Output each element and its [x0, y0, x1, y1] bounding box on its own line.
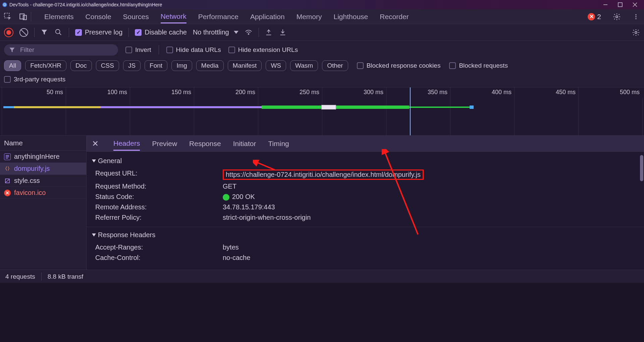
tab-elements[interactable]: Elements	[44, 13, 74, 21]
window-close-button[interactable]	[632, 2, 638, 8]
tab-application[interactable]: Application	[250, 13, 285, 21]
more-menu-icon[interactable]	[633, 13, 641, 21]
triangle-down-icon	[92, 233, 96, 236]
response-headers-section-toggle[interactable]: Response Headers	[92, 231, 639, 239]
detail-tab-initiator[interactable]: Initiator	[233, 140, 256, 148]
filter-type-ws[interactable]: WS	[266, 60, 286, 71]
scrollbar-thumb[interactable]	[640, 155, 643, 181]
filter-type-js[interactable]: JS	[123, 60, 141, 71]
timeline-playhead[interactable]	[410, 87, 411, 135]
filter-placeholder: Filter	[20, 46, 34, 54]
export-har-icon[interactable]	[279, 28, 287, 37]
header-value: 200 OK	[223, 193, 255, 201]
window-maximize-button[interactable]	[617, 2, 623, 8]
filter-input[interactable]: Filter	[4, 44, 118, 56]
header-row: Request Method:GET	[92, 181, 639, 192]
request-list: Name anythingInHere〈〉dompurify.jsstyle.c…	[0, 136, 87, 270]
settings-gear-icon[interactable]	[613, 13, 621, 21]
window-minimize-button[interactable]	[602, 2, 608, 8]
disable-cache-checkbox[interactable]: ✓Disable cache	[135, 28, 187, 36]
hide-extension-urls-checkbox[interactable]: Hide extension URLs	[228, 46, 298, 54]
detail-tab-timing[interactable]: Timing	[268, 140, 289, 148]
svg-line-22	[5, 179, 9, 183]
svg-rect-18	[6, 155, 9, 156]
third-party-checkbox[interactable]: 3rd-party requests	[4, 76, 65, 83]
filter-type-wasm[interactable]: Wasm	[290, 60, 318, 71]
filter-type-doc[interactable]: Doc	[70, 60, 92, 71]
request-row[interactable]: ✕favicon.ico	[0, 187, 86, 199]
header-key: Request URL:	[95, 169, 223, 180]
request-name: anythingInHere	[14, 153, 60, 160]
header-row: Accept-Ranges:bytes	[92, 242, 639, 253]
svg-point-16	[248, 33, 249, 35]
inspect-element-icon[interactable]	[3, 12, 13, 21]
tab-performance[interactable]: Performance	[198, 13, 238, 21]
network-conditions-icon[interactable]	[245, 28, 253, 37]
timeline-tick: 350 ms	[386, 87, 450, 98]
blocked-cookies-checkbox[interactable]: Blocked response cookies	[357, 62, 441, 69]
filter-type-all[interactable]: All	[4, 60, 21, 71]
detail-tab-preview[interactable]: Preview	[152, 140, 177, 148]
network-settings-gear-icon[interactable]	[632, 28, 640, 37]
hide-data-urls-label: Hide data URLs	[176, 46, 221, 54]
network-timeline[interactable]: 50 ms100 ms150 ms200 ms250 ms300 ms350 m…	[0, 87, 644, 136]
detail-tab-response[interactable]: Response	[189, 140, 221, 148]
tab-network[interactable]: Network	[161, 10, 186, 23]
filter-type-css[interactable]: CSS	[96, 60, 119, 71]
network-toolbar: ✓Preserve log ✓Disable cache No throttli…	[0, 24, 644, 41]
header-key: Referrer Policy:	[95, 214, 223, 221]
tab-console[interactable]: Console	[86, 13, 111, 21]
header-row: Status Code:200 OK	[92, 192, 639, 202]
filter-type-font[interactable]: Font	[145, 60, 167, 71]
device-toolbar-icon[interactable]	[19, 12, 28, 21]
timeline-tick: 300 ms	[322, 87, 386, 98]
error-count[interactable]: ✕2	[588, 13, 601, 21]
request-row[interactable]: 〈〉dompurify.js	[0, 163, 86, 175]
request-list-header[interactable]: Name	[0, 136, 86, 151]
invert-checkbox[interactable]: Invert	[125, 46, 151, 54]
request-css-icon	[4, 178, 11, 184]
clear-button[interactable]	[19, 28, 28, 37]
header-value: https://challenge-0724.intigriti.io/chal…	[223, 169, 424, 180]
import-har-icon[interactable]	[265, 28, 273, 37]
blocked-req-checkbox[interactable]: Blocked requests	[449, 62, 508, 69]
blocked_cookies-label: Blocked response cookies	[367, 62, 441, 69]
response-headers-title: Response Headers	[98, 231, 155, 239]
svg-rect-8	[20, 14, 24, 19]
header-value: 34.78.15.179:443	[223, 203, 275, 211]
request-row[interactable]: style.css	[0, 175, 86, 187]
general-section-toggle[interactable]: General	[92, 157, 639, 165]
svg-point-12	[635, 16, 636, 17]
timeline-tick: 250 ms	[258, 87, 322, 98]
filter-type-fetchxhr[interactable]: Fetch/XHR	[25, 60, 66, 71]
tab-sources[interactable]: Sources	[123, 13, 149, 21]
hide-data-urls-checkbox[interactable]: Hide data URLs	[166, 46, 221, 54]
throttling-select[interactable]: No throttling	[193, 28, 238, 36]
timeline-handle[interactable]	[321, 105, 336, 110]
window-titlebar: DevTools - challenge-0724.intigriti.io/c…	[0, 0, 644, 9]
filter-type-media[interactable]: Media	[196, 60, 224, 71]
error-icon: ✕	[588, 13, 595, 20]
record-button[interactable]	[4, 28, 13, 37]
svg-point-11	[635, 14, 636, 15]
header-row: Cache-Control:no-cache	[92, 253, 639, 263]
preserve-log-checkbox[interactable]: ✓Preserve log	[75, 28, 122, 36]
status-requests: 4 requests	[5, 273, 35, 280]
search-icon[interactable]	[55, 28, 63, 37]
detail-tab-headers[interactable]: Headers	[113, 137, 140, 151]
network-statusbar: 4 requests 8.8 kB transf	[0, 270, 644, 283]
filter-type-other[interactable]: Other	[322, 60, 348, 71]
tab-memory[interactable]: Memory	[297, 13, 322, 21]
close-detail-button[interactable]: ✕	[92, 139, 99, 148]
svg-rect-4	[618, 3, 622, 7]
tab-recorder[interactable]: Recorder	[380, 13, 409, 21]
filter-type-img[interactable]: Img	[171, 60, 192, 71]
filter-type-manifest[interactable]: Manifest	[228, 60, 262, 71]
request-row[interactable]: anythingInHere	[0, 151, 86, 163]
svg-point-2	[4, 4, 6, 6]
filter-icon[interactable]	[41, 28, 49, 37]
tab-lighthouse[interactable]: Lighthouse	[333, 13, 368, 21]
chevron-down-icon	[234, 31, 238, 34]
header-value: strict-origin-when-cross-origin	[223, 214, 311, 221]
timeline-tick: 150 ms	[130, 87, 194, 98]
